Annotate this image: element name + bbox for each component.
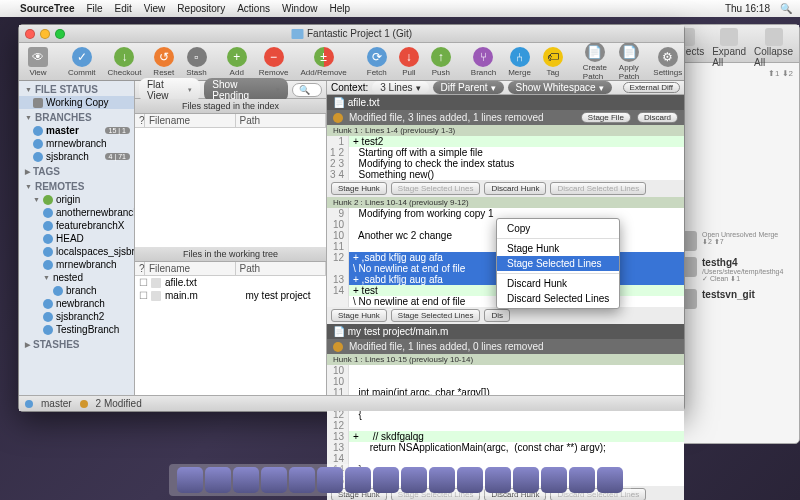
merge-button[interactable]: ⑃Merge [503,47,536,77]
dock-item[interactable] [261,467,287,493]
hunk-header: Hunk 1 : Lines 10-15 (previously 10-14) [327,354,684,365]
repo-item[interactable]: testsvn_git [677,286,793,312]
dock-item[interactable] [205,467,231,493]
sidebar-branch[interactable]: sjsbranch4 | 71 [19,150,134,163]
menu-view[interactable]: View [144,3,166,14]
menu-actions[interactable]: Actions [237,3,270,14]
stage-sel-button[interactable]: Stage Selected Lines [391,182,481,195]
sidebar-remote-branch[interactable]: featurebranchX [19,219,134,232]
file-search-input[interactable] [292,83,322,97]
code-block[interactable]: 1+ test2 1 2 Starting off with a simple … [327,136,684,180]
diff-parent-dropdown[interactable]: Diff Parent ▾ [433,81,504,94]
diff-file-name: 📄 my test project/main.m [333,326,448,337]
menu-repository[interactable]: Repository [177,3,225,14]
dock-item[interactable] [289,467,315,493]
checkout-button[interactable]: ↓Checkout [103,47,147,77]
staged-list[interactable] [135,128,326,247]
close-icon[interactable] [25,29,35,39]
branch-button[interactable]: ⑂Branch [466,47,501,77]
dock-item[interactable] [317,467,343,493]
pending-dropdown[interactable]: Show Pending ▾ [204,78,288,102]
remove-button[interactable]: −Remove [254,47,294,77]
zoom-icon[interactable] [55,29,65,39]
menu-window[interactable]: Window [282,3,318,14]
sidebar-filestatus-hdr[interactable]: ▼FILE STATUS [19,81,134,96]
collapse-all-button[interactable]: Collapse All [754,28,793,68]
dock-item[interactable] [373,467,399,493]
dock-item[interactable] [345,467,371,493]
repo-item[interactable]: testhg4/Users/steve/temp/testhg4✓ Clean … [677,254,793,286]
menu-edit[interactable]: Edit [115,3,132,14]
stage-hunk-button[interactable]: Stage Hunk [331,309,387,322]
titlebar[interactable]: Fantastic Project 1 (Git) [19,25,684,43]
menu-file[interactable]: File [86,3,102,14]
push-button[interactable]: ↑Push [426,47,456,77]
dock-item[interactable] [541,467,567,493]
discard-hunk-button[interactable]: Discard Hunk [484,182,546,195]
create-patch-button[interactable]: 📄Create Patch [578,42,612,81]
minimize-icon[interactable] [40,29,50,39]
commit-button[interactable]: ✓Commit [63,47,101,77]
file-row[interactable]: ☐afile.txt [135,276,326,289]
dock-item[interactable] [457,467,483,493]
sidebar-remote-nested[interactable]: ▼nested [19,271,134,284]
stage-sel-button[interactable]: Stage Selected Lines [391,309,481,322]
expand-all-button[interactable]: Expand All [712,28,746,68]
sidebar-branch[interactable]: mrnewbranch [19,137,134,150]
ctx-discard-selected[interactable]: Discard Selected Lines [497,291,619,306]
sidebar-remote-branch[interactable]: localspaces_sjsbra... [19,245,134,258]
sidebar-remote-branch[interactable]: mrnewbranch [19,258,134,271]
sidebar-remote-branch[interactable]: newbranch [19,297,134,310]
branch-icon [25,400,33,408]
dock-item[interactable] [597,467,623,493]
dock-item[interactable] [569,467,595,493]
sidebar-remote-branch[interactable]: TestingBranch [19,323,134,336]
fetch-button[interactable]: ⟳Fetch [362,47,392,77]
menu-help[interactable]: Help [330,3,351,14]
settings-button[interactable]: ⚙Settings [648,47,687,77]
ctx-stage-hunk[interactable]: Stage Hunk [497,241,619,256]
sidebar-stashes-hdr[interactable]: ▶STASHES [19,336,134,351]
dock-item[interactable] [401,467,427,493]
dock-item[interactable] [177,467,203,493]
viewmode-dropdown[interactable]: Flat View ▾ [139,78,200,102]
discard-hunk-button[interactable]: Dis [484,309,510,322]
dock-item[interactable] [485,467,511,493]
reset-button[interactable]: ↺Reset [148,47,179,77]
sidebar-remote-branch[interactable]: branch [19,284,134,297]
sidebar-remote-branch[interactable]: anothernewbranch [19,206,134,219]
ctx-stage-selected[interactable]: Stage Selected Lines [497,256,619,271]
dock-item[interactable] [429,467,455,493]
dock-item[interactable] [233,467,259,493]
context-dropdown[interactable]: 3 Lines ▾ [372,81,428,94]
pull-button[interactable]: ↓Pull [394,47,424,77]
discard-file-button[interactable]: Discard [637,112,678,123]
sidebar-remote-branch[interactable]: HEAD [19,232,134,245]
sidebar-remotes-hdr[interactable]: ▼REMOTES [19,178,134,193]
dock-item[interactable] [513,467,539,493]
tag-button[interactable]: 🏷Tag [538,47,568,77]
apply-patch-button[interactable]: 📄Apply Patch [614,42,644,81]
external-diff-button[interactable]: External Diff [623,82,680,93]
sidebar-remote-branch[interactable]: sjsbranch2 [19,310,134,323]
discard-sel-button[interactable]: Discard Selected Lines [550,182,646,195]
repo-item[interactable]: Open Unresolved Merge⬇2 ⬆7 [677,228,793,254]
sidebar-working-copy[interactable]: Working Copy [19,96,134,109]
ctx-discard-hunk[interactable]: Discard Hunk [497,276,619,291]
spotlight-icon[interactable]: 🔍 [780,3,792,14]
stage-file-button[interactable]: Stage File [581,112,631,123]
file-row[interactable]: ☐main.mmy test project [135,289,326,302]
sidebar-branch-master[interactable]: master15 | 1 [19,124,134,137]
working-list[interactable]: ☐afile.txt ☐main.mmy test project [135,276,326,395]
view-button[interactable]: 👁View [23,47,53,77]
stage-hunk-button[interactable]: Stage Hunk [331,182,387,195]
add-button[interactable]: +Add [222,47,252,77]
stash-button[interactable]: ▫Stash [181,47,211,77]
whitespace-dropdown[interactable]: Show Whitespace ▾ [508,81,612,94]
app-name[interactable]: SourceTree [20,3,74,14]
ctx-copy[interactable]: Copy [497,221,619,236]
sidebar-remote-origin[interactable]: ▼origin [19,193,134,206]
addremove-button[interactable]: ±Add/Remove [296,47,352,77]
sidebar-tags-hdr[interactable]: ▶TAGS [19,163,134,178]
sidebar-branches-hdr[interactable]: ▼BRANCHES [19,109,134,124]
